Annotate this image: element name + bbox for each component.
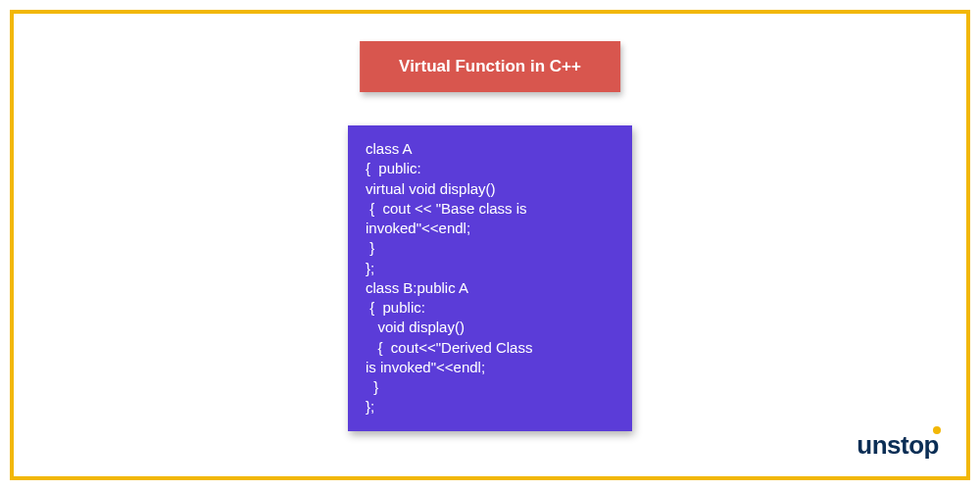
content-frame: Virtual Function in C++ class A { public… bbox=[10, 10, 970, 480]
brand-logo: unstop bbox=[857, 430, 939, 461]
brand-logo-text: unstop bbox=[857, 430, 939, 460]
code-block: class A { public: virtual void display()… bbox=[348, 125, 632, 431]
brand-logo-dot bbox=[933, 426, 941, 434]
title-banner: Virtual Function in C++ bbox=[360, 41, 620, 92]
